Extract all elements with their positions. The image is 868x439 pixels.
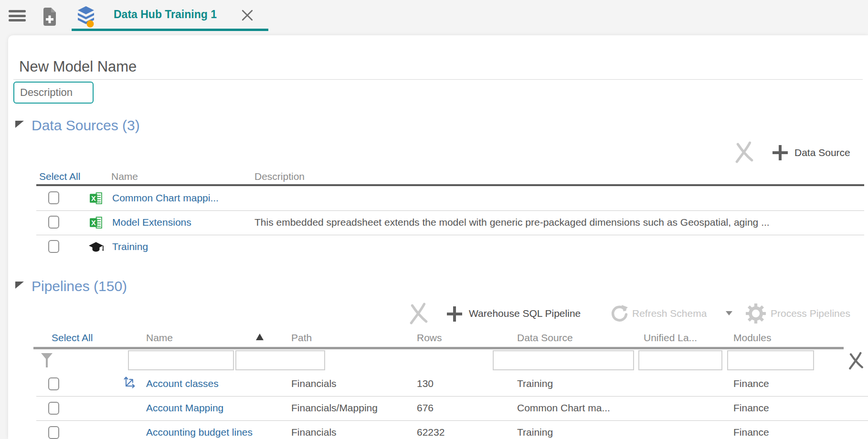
- pipeline-data-source: Training: [517, 378, 553, 389]
- add-data-source-button[interactable]: Data Source: [794, 147, 850, 158]
- pipeline-data-source: Training: [517, 427, 553, 438]
- filter-modules-input[interactable]: [727, 350, 814, 370]
- svg-text:X: X: [91, 219, 96, 227]
- excel-icon: X: [89, 192, 102, 205]
- graduation-cap-icon: [88, 241, 104, 253]
- pipeline-link[interactable]: Accounting budget lines: [146, 427, 253, 438]
- pipeline-modules: Finance: [733, 402, 769, 414]
- row-checkbox[interactable]: [48, 426, 59, 439]
- pipeline-modules: Finance: [733, 378, 769, 389]
- delete-data-source-icon[interactable]: [734, 141, 754, 163]
- new-model-icon[interactable]: [42, 6, 57, 27]
- data-sources-header-rule: [36, 184, 864, 186]
- pipelines-heading[interactable]: Pipelines (150): [32, 278, 127, 294]
- pipeline-rows: 62232: [417, 427, 445, 438]
- hamburger-menu-icon[interactable]: [9, 10, 26, 21]
- data-source-link[interactable]: Training: [112, 241, 148, 252]
- column-header-unified-layer[interactable]: Unified La...: [644, 332, 697, 344]
- refresh-schema-button[interactable]: Refresh Schema: [632, 308, 707, 319]
- column-header-description[interactable]: Description: [254, 171, 305, 182]
- row-checkbox[interactable]: [48, 191, 59, 204]
- refresh-schema-icon[interactable]: [610, 304, 629, 323]
- pipeline-path: Financials/Mapping: [291, 402, 378, 414]
- svg-text:X: X: [91, 195, 96, 202]
- column-header-rows[interactable]: Rows: [417, 332, 442, 344]
- tab-data-hub-training[interactable]: Data Hub Training 1: [114, 8, 217, 21]
- row-checkbox[interactable]: [48, 402, 59, 415]
- pipeline-rows: 676: [417, 402, 434, 414]
- active-tab-underline: [72, 29, 268, 31]
- column-header-data-source[interactable]: Data Source: [517, 332, 573, 344]
- filter-data-source-input[interactable]: [493, 350, 634, 370]
- add-warehouse-sql-pipeline-button[interactable]: Warehouse SQL Pipeline: [469, 308, 581, 319]
- branch-arrows-icon: [123, 375, 137, 389]
- filter-name-input[interactable]: [128, 350, 234, 370]
- column-header-modules[interactable]: Modules: [733, 332, 771, 344]
- row-checkbox[interactable]: [48, 240, 59, 253]
- title-divider: [13, 79, 863, 80]
- data-source-link[interactable]: Model Extensions: [112, 217, 191, 228]
- row-checkbox[interactable]: [48, 377, 59, 390]
- process-pipelines-icon[interactable]: [746, 303, 766, 324]
- model-layers-icon: [74, 5, 97, 28]
- pipeline-path: Financials: [291, 378, 337, 389]
- row-divider: [36, 210, 864, 211]
- process-pipelines-button[interactable]: Process Pipelines: [771, 308, 850, 319]
- filter-unified-layer-input[interactable]: [638, 350, 722, 370]
- app-window: Data Hub Training 1 New Model Name Data …: [0, 0, 868, 439]
- data-sources-select-all[interactable]: Select All: [39, 171, 80, 182]
- data-sources-heading[interactable]: Data Sources (3): [32, 117, 140, 134]
- description-field[interactable]: [13, 82, 94, 104]
- add-data-source-icon[interactable]: [772, 144, 789, 161]
- row-divider: [36, 235, 864, 235]
- pipeline-path: Financials: [291, 427, 337, 438]
- clear-filters-icon[interactable]: [848, 351, 864, 370]
- refresh-schema-dropdown-icon[interactable]: [726, 311, 732, 315]
- column-header-path[interactable]: Path: [291, 332, 312, 344]
- model-name-title[interactable]: New Model Name: [19, 58, 137, 75]
- tab-close-icon[interactable]: [241, 9, 254, 21]
- row-divider: [36, 420, 868, 421]
- row-divider: [36, 396, 868, 397]
- data-source-link[interactable]: Common Chart mappi...: [112, 192, 219, 204]
- pipeline-rows: 130: [417, 378, 434, 389]
- pipeline-link[interactable]: Account classes: [146, 378, 219, 389]
- sort-ascending-icon[interactable]: [256, 334, 264, 340]
- add-pipeline-icon[interactable]: [446, 305, 463, 323]
- excel-icon: X: [89, 216, 102, 229]
- column-header-name[interactable]: Name: [111, 171, 138, 182]
- delete-pipeline-icon[interactable]: [409, 303, 429, 324]
- pipeline-data-source: Common Chart ma...: [517, 402, 610, 414]
- row-checkbox[interactable]: [48, 216, 59, 229]
- column-header-name[interactable]: Name: [146, 332, 173, 344]
- data-source-description: This embedded spreadsheet extends the mo…: [254, 217, 770, 228]
- pipelines-header-rule: [33, 347, 844, 349]
- pipelines-select-all[interactable]: Select All: [52, 332, 93, 344]
- pipeline-link[interactable]: Account Mapping: [146, 402, 223, 414]
- filter-path-input[interactable]: [235, 350, 325, 370]
- pipeline-modules: Finance: [733, 427, 769, 438]
- filter-icon[interactable]: [41, 352, 53, 369]
